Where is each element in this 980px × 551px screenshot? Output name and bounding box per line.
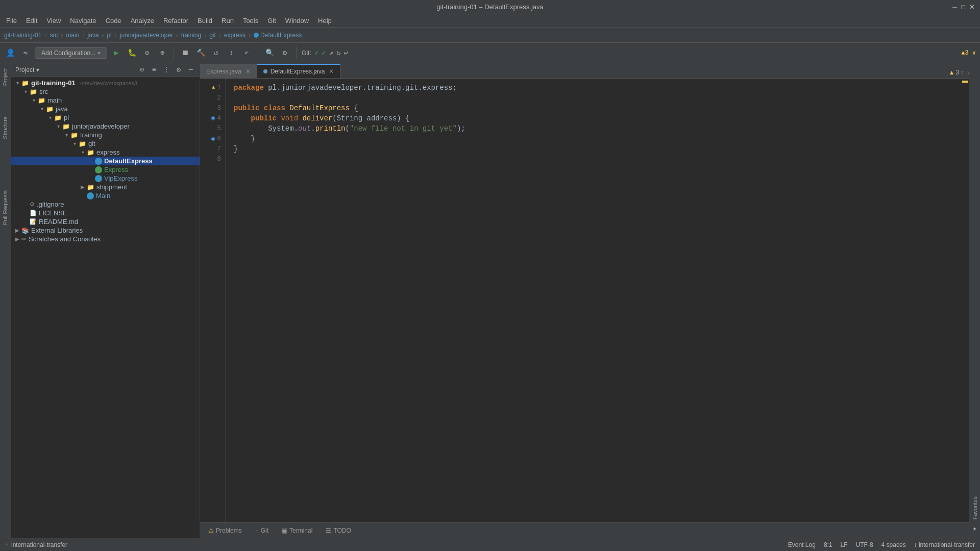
tree-label-pl: pl [64, 114, 69, 121]
status-indent[interactable]: 4 spaces [881, 541, 906, 548]
breadcrumb-root[interactable]: git-training-01 [4, 32, 41, 39]
breadcrumb-current-file[interactable]: DefaultExpress [260, 32, 302, 39]
toolbar-profile-icon[interactable]: 👤 [4, 47, 16, 59]
status-branch[interactable]: international-transfer [11, 541, 67, 548]
tree-shippment[interactable]: ▶ 📁 shippment [11, 183, 200, 191]
tree-java[interactable]: ▾ 📁 java [11, 105, 200, 113]
folder-icon-pl: 📁 [54, 114, 62, 121]
structure-tab[interactable]: Structure [0, 111, 11, 144]
tree-pl[interactable]: ▾ 📁 pl [11, 113, 200, 122]
warning-count-badge[interactable]: ▲ 3 ∨ [948, 69, 965, 76]
tree-label-gitignore: .gitignore [37, 201, 64, 208]
toolbar-stop-icon[interactable]: ⏹ [179, 47, 191, 59]
tree-label-license: LICENSE [39, 209, 67, 217]
toolbar-settings-icon[interactable]: ⚙ [279, 47, 291, 59]
toolbar-run-icon[interactable]: ▶ [110, 47, 122, 59]
tree-mainfile[interactable]: ▾ Main [11, 191, 200, 200]
breadcrumb-juniorjavadeveloper[interactable]: juniorjavadeveloper [120, 32, 173, 39]
sidebar-sync-icon[interactable]: ⊙ [137, 65, 146, 74]
tree-src[interactable]: ▾ 📁 src [11, 87, 200, 96]
add-configuration-button[interactable]: Add Configuration... ▾ [35, 47, 107, 59]
tab-todo[interactable]: ☰ TODO [320, 525, 357, 536]
menu-view[interactable]: View [42, 16, 65, 26]
tree-defaultexpress[interactable]: ▾ DefaultExpress [11, 157, 200, 165]
git-check-icon: ✓ [314, 48, 318, 57]
menu-run[interactable]: Run [217, 16, 238, 26]
sidebar-settings-icon[interactable]: ⚙ [174, 65, 183, 74]
status-git-branch-footer[interactable]: ↕ international-transfer [914, 541, 975, 548]
menu-help[interactable]: Help [314, 16, 336, 26]
breadcrumb-java[interactable]: java [87, 32, 99, 39]
code-editor[interactable]: package pl.juniorjavadeveloper.training.… [226, 79, 962, 522]
sidebar-more-icon[interactable]: ⋮ [162, 65, 171, 74]
toolbar-separator-1 [174, 47, 174, 59]
sidebar-collapse-icon[interactable]: ≡ [150, 66, 159, 74]
toolbar-build-icon[interactable]: 🔨 [194, 47, 207, 59]
toolbar-separator-3 [296, 47, 297, 59]
status-position[interactable]: 8:1 [824, 541, 832, 548]
breadcrumb-main[interactable]: main [66, 32, 79, 39]
tree-training[interactable]: ▾ 📁 training [11, 131, 200, 139]
menu-navigate[interactable]: Navigate [66, 16, 100, 26]
toolbar-undo-icon[interactable]: ↶ [240, 47, 253, 59]
tree-root[interactable]: ▾ 📁 git-training-01 ~/dev/dev/workspaces… [11, 79, 200, 87]
menu-refactor[interactable]: Refactor [159, 16, 192, 26]
tree-gitignore[interactable]: ▾ ⚙ .gitignore [11, 200, 200, 209]
tree-extlibs[interactable]: ▶ 📚 External Libraries [11, 226, 200, 235]
git-fetch-icon[interactable]: ↻ [336, 48, 340, 57]
breadcrumb-express[interactable]: express [224, 32, 246, 39]
maximize-button[interactable]: □ [961, 3, 965, 11]
tree-readme[interactable]: ▾ 📝 README.md [11, 217, 200, 226]
tree-scratches[interactable]: ▶ ✏ Scratches and Consoles [11, 235, 200, 243]
tree-vipexpress[interactable]: ▾ VipExpress [11, 174, 200, 183]
breadcrumb-pl[interactable]: pl [107, 32, 111, 39]
toolbar-nav-icon[interactable]: ⇋ [19, 47, 32, 59]
menu-file[interactable]: File [2, 16, 21, 26]
menu-code[interactable]: Code [102, 16, 126, 26]
git-push-icon[interactable]: ↗ [329, 48, 333, 57]
tree-license[interactable]: ▾ 📄 LICENSE [11, 209, 200, 217]
sidebar-close-icon[interactable]: ─ [186, 66, 195, 74]
editor-expand-icon[interactable]: › [966, 69, 969, 78]
file-icon-express [95, 166, 102, 173]
toolbar-debug-icon[interactable]: 🐛 [126, 47, 138, 59]
favorites-tab[interactable]: Favorites [970, 491, 980, 524]
breadcrumb-git[interactable]: git [209, 32, 216, 39]
toolbar-refresh-icon[interactable]: ↺ [210, 47, 222, 59]
menu-edit[interactable]: Edit [22, 16, 41, 26]
tree-git[interactable]: ▾ 📁 git [11, 139, 200, 148]
tab-defaultexpress[interactable]: DefaultExpress.java ✕ [257, 64, 341, 78]
git-rollback-icon[interactable]: ↩ [344, 48, 348, 57]
tab-problems[interactable]: ⚠ Problems [202, 525, 248, 536]
tab-terminal[interactable]: ▣ Terminal [276, 525, 318, 536]
toolbar-coverage-icon[interactable]: ⊙ [141, 47, 153, 59]
tree-juniorjavadeveloper[interactable]: ▾ 📁 juniorjavadeveloper [11, 122, 200, 131]
tree-expressfile[interactable]: ▾ Express [11, 165, 200, 174]
tab-defaultexpress-close[interactable]: ✕ [329, 68, 334, 75]
tab-express[interactable]: Express.java ✕ [200, 64, 257, 78]
pull-requests-tab[interactable]: Pull Requests [0, 185, 11, 230]
tab-express-close[interactable]: ✕ [246, 68, 251, 75]
breadcrumb-training[interactable]: training [181, 32, 201, 39]
menu-build[interactable]: Build [193, 16, 216, 26]
menu-analyze[interactable]: Analyze [127, 16, 158, 26]
tab-git[interactable]: ⑂ Git [249, 525, 275, 536]
toolbar-profile-run-icon[interactable]: ⊕ [156, 47, 168, 59]
status-line-ending[interactable]: LF [841, 541, 848, 548]
tree-main[interactable]: ▾ 📁 main [11, 96, 200, 105]
folder-icon-training: 📁 [70, 132, 78, 139]
menu-tools[interactable]: Tools [239, 16, 262, 26]
toolbar-update-icon[interactable]: ↕ [225, 47, 237, 59]
close-button[interactable]: ✕ [969, 3, 975, 11]
warning-badge[interactable]: ▲3 ∨ [961, 49, 976, 57]
breadcrumb-src[interactable]: src [50, 32, 58, 39]
toolbar-search-icon[interactable]: 🔍 [263, 47, 276, 59]
minimize-button[interactable]: ─ [952, 3, 957, 11]
tree-label-express: express [96, 148, 120, 156]
project-tab[interactable]: Project [0, 63, 11, 91]
menu-git[interactable]: Git [263, 16, 280, 26]
status-event-log[interactable]: Event Log [788, 541, 816, 548]
tree-express[interactable]: ▾ 📁 express [11, 148, 200, 157]
menu-window[interactable]: Window [281, 16, 313, 26]
status-encoding[interactable]: UTF-8 [856, 541, 873, 548]
